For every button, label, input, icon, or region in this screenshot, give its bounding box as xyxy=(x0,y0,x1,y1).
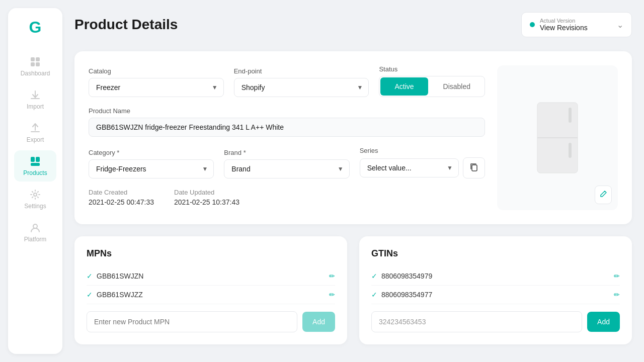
gtin-item-0-left: ✓ 8806098354979 xyxy=(371,272,432,280)
mpn-edit-icon-0[interactable]: ✏ xyxy=(329,272,335,280)
gtin-add-row: Add xyxy=(371,311,620,332)
mpns-card: MPNs ✓ GBB61SWJZN ✏ ✓ GBB61SWJZZ ✏ Add xyxy=(74,236,347,344)
product-details-card: Catalog Freezer ▼ End-point Shopify xyxy=(74,51,632,224)
brand-label: Brand * xyxy=(224,149,349,156)
svg-rect-3 xyxy=(36,62,40,66)
catalog-label: Catalog xyxy=(89,67,224,75)
gtin-add-input[interactable] xyxy=(371,311,582,332)
status-active-button[interactable]: Active xyxy=(380,77,428,96)
mpn-value-1: GBB61SWJZZ xyxy=(97,291,143,299)
series-label: Series xyxy=(360,147,485,154)
series-group: Series Select value... ▼ xyxy=(360,147,485,178)
sidebar-item-settings[interactable]: Settings xyxy=(14,184,56,215)
mpn-add-row: Add xyxy=(87,311,335,332)
sidebar-item-dashboard-label: Dashboard xyxy=(21,70,50,77)
category-select[interactable]: Fridge-Freezers xyxy=(89,159,214,178)
series-input-row: Select value... ▼ xyxy=(360,157,485,178)
category-label: Category * xyxy=(89,149,214,156)
svg-rect-4 xyxy=(31,157,35,162)
edit-image-button[interactable] xyxy=(595,186,612,204)
version-label: Actual Version xyxy=(540,18,612,24)
sidebar-item-export[interactable]: Export xyxy=(14,117,56,148)
gtin-item-1: ✓ 8806098354977 ✏ xyxy=(371,286,620,304)
series-select[interactable]: Select value... xyxy=(360,158,459,177)
gtin-value-1: 8806098354977 xyxy=(381,291,432,299)
gtin-edit-icon-1[interactable]: ✏ xyxy=(614,291,620,299)
endpoint-group: End-point Shopify ▼ xyxy=(234,67,369,97)
product-image-placeholder xyxy=(527,98,588,178)
gtin-check-icon-0: ✓ xyxy=(371,272,377,280)
endpoint-select-wrapper: Shopify ▼ xyxy=(234,78,369,97)
version-value: View Revisions xyxy=(540,24,612,32)
product-name-group: Product Name xyxy=(89,107,485,137)
sidebar-item-dashboard[interactable]: Dashboard xyxy=(14,51,56,82)
sidebar-item-products-label: Products xyxy=(23,169,47,176)
svg-rect-13 xyxy=(569,143,572,158)
bottom-section: MPNs ✓ GBB61SWJZN ✏ ✓ GBB61SWJZZ ✏ Add xyxy=(74,236,632,344)
brand-group: Brand * Brand ▼ xyxy=(224,149,349,178)
main-content: Product Details Actual Version View Revi… xyxy=(62,0,644,362)
series-copy-button[interactable] xyxy=(463,157,485,178)
settings-icon xyxy=(29,189,41,201)
mpn-edit-icon-1[interactable]: ✏ xyxy=(329,291,335,299)
mpns-title: MPNs xyxy=(87,248,335,259)
gtin-add-button[interactable]: Add xyxy=(587,312,620,332)
mpn-check-icon-1: ✓ xyxy=(87,291,93,299)
page-title: Product Details xyxy=(74,17,178,33)
dates-row: Date Created 2021-02-25 00:47:33 Date Up… xyxy=(89,189,485,206)
product-image xyxy=(527,98,588,178)
date-created-item: Date Created 2021-02-25 00:47:33 xyxy=(89,189,154,206)
catalog-select[interactable]: Freezer xyxy=(89,78,224,97)
svg-rect-1 xyxy=(36,57,40,61)
status-label: Status xyxy=(379,65,485,73)
sidebar-item-export-label: Export xyxy=(27,136,44,143)
mpn-item-1-left: ✓ GBB61SWJZZ xyxy=(87,291,143,299)
product-name-input[interactable] xyxy=(89,118,485,137)
version-text-block: Actual Version View Revisions xyxy=(540,18,612,32)
date-created-label: Date Created xyxy=(89,189,154,196)
gtin-check-icon-1: ✓ xyxy=(371,291,377,299)
mpn-item-1: ✓ GBB61SWJZZ ✏ xyxy=(87,286,335,304)
platform-icon xyxy=(29,222,41,234)
date-created-value: 2021-02-25 00:47:33 xyxy=(89,198,154,206)
category-select-wrapper: Fridge-Freezers ▼ xyxy=(89,159,214,178)
page-header: Product Details Actual Version View Revi… xyxy=(74,12,632,37)
status-toggle: Active Disabled xyxy=(379,76,485,97)
svg-rect-2 xyxy=(31,62,35,66)
svg-rect-5 xyxy=(36,157,40,162)
svg-rect-9 xyxy=(472,165,477,171)
sidebar: G Dashboard Import Export xyxy=(8,8,62,354)
mpn-add-input[interactable] xyxy=(87,311,297,332)
sidebar-item-products[interactable]: Products xyxy=(14,150,56,182)
date-updated-label: Date Updated xyxy=(174,189,239,196)
chevron-down-icon: ⌄ xyxy=(617,20,623,30)
dashboard-icon xyxy=(29,56,41,68)
mpn-check-icon-0: ✓ xyxy=(87,272,93,280)
app-logo: G xyxy=(29,18,42,37)
gtin-item-0: ✓ 8806098354979 ✏ xyxy=(371,267,620,286)
mpn-value-0: GBB61SWJZN xyxy=(97,272,143,280)
svg-point-8 xyxy=(33,224,37,228)
sidebar-item-import[interactable]: Import xyxy=(14,84,56,115)
endpoint-select[interactable]: Shopify xyxy=(234,78,369,97)
gtin-edit-icon-0[interactable]: ✏ xyxy=(614,272,620,280)
gtin-item-1-left: ✓ 8806098354977 xyxy=(371,291,432,299)
catalog-endpoint-row: Catalog Freezer ▼ End-point Shopify xyxy=(89,65,485,97)
date-updated-item: Date Updated 2021-02-25 10:37:43 xyxy=(174,189,239,206)
endpoint-label: End-point xyxy=(234,67,369,75)
series-select-wrapper: Select value... ▼ xyxy=(360,158,459,177)
sidebar-item-platform[interactable]: Platform xyxy=(14,217,56,248)
brand-select[interactable]: Brand xyxy=(224,159,349,178)
products-icon xyxy=(29,155,41,167)
form-area: Catalog Freezer ▼ End-point Shopify xyxy=(89,65,485,210)
sidebar-item-platform-label: Platform xyxy=(24,236,47,243)
svg-rect-6 xyxy=(31,163,40,166)
version-dropdown[interactable]: Actual Version View Revisions ⌄ xyxy=(521,12,632,37)
status-disabled-button[interactable]: Disabled xyxy=(429,76,485,97)
svg-rect-0 xyxy=(31,57,35,61)
mpn-item-0: ✓ GBB61SWJZN ✏ xyxy=(87,267,335,286)
pencil-icon xyxy=(599,190,607,198)
product-image-area xyxy=(497,65,618,210)
mpn-add-button[interactable]: Add xyxy=(302,312,335,332)
sidebar-item-settings-label: Settings xyxy=(24,203,46,210)
